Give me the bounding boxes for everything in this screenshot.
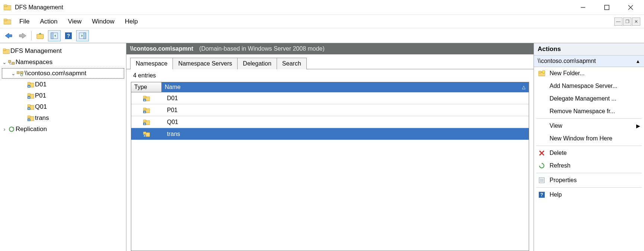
tree-folder-label: Q01 [35,103,47,111]
namespaces-icon [7,59,16,65]
action-label: Help [550,191,562,198]
tree-folder-label: P01 [35,92,46,99]
actions-header: Actions [534,43,644,55]
svg-point-28 [20,74,23,76]
tree-replication-label: Replication [16,126,47,133]
new-folder-icon [538,70,546,76]
menu-bar: File Action View Window Help — ❐ ✕ [0,15,644,28]
properties-icon [538,177,546,183]
collapse-icon[interactable]: ▲ [635,58,640,64]
svg-rect-52 [143,108,146,110]
nav-forward-button[interactable] [16,30,29,41]
namespace-node-icon [16,70,25,76]
menu-help[interactable]: Help [120,16,143,27]
tree-folder[interactable]: P01 [1,90,125,101]
tab-search[interactable]: Search [277,58,307,69]
actions-context-label: \\contoso.com\sapmnt [538,58,596,64]
tree-panel: DFS Management ⌄ Namespaces ⌄ \\contoso.… [0,43,126,251]
tree-folder[interactable]: Q01 [1,101,125,112]
svg-rect-18 [84,33,86,39]
expander-icon[interactable]: ⌄ [1,59,7,65]
tree-folder[interactable]: D01 [1,79,125,90]
tree-replication[interactable]: › Replication [1,124,125,135]
action-item[interactable]: New Window from Here [534,132,644,145]
chevron-right-icon: ▶ [636,123,640,129]
tree-folder-label: D01 [35,81,46,88]
entries-count: 4 entries [126,69,534,82]
svg-rect-60 [143,132,146,134]
svg-marker-8 [5,33,12,38]
action-item[interactable]: View▶ [534,120,644,132]
row-type-icon [131,130,162,139]
svg-text:?: ? [540,192,543,197]
tree-namespace-path[interactable]: ⌄ \\contoso.com\sapmnt [1,68,125,79]
svg-marker-9 [19,33,26,38]
action-label: Delegate Management ... [550,95,616,102]
row-name: D01 [162,93,529,103]
row-name: P01 [162,105,529,115]
table-row[interactable]: Q01 [131,116,529,128]
svg-text:?: ? [67,33,70,39]
content-mode: (Domain-based in Windows Server 2008 mod… [199,45,325,52]
action-label: Remove Namespace fr... [550,108,615,115]
actions-context[interactable]: \\contoso.com\sapmnt ▲ [534,55,644,67]
up-folder-button[interactable] [34,30,46,41]
tree-folder[interactable]: trans [1,112,125,124]
show-hide-tree-button[interactable] [48,30,61,41]
table-row[interactable]: P01 [131,104,529,116]
svg-rect-42 [28,116,30,118]
close-button[interactable] [624,2,637,13]
actions-panel: Actions \\contoso.com\sapmnt ▲ New Folde… [534,43,644,251]
action-label: New Window from Here [550,135,612,142]
mdi-minimize-button[interactable]: — [614,18,622,26]
menu-window[interactable]: Window [87,16,119,27]
minimize-button[interactable] [576,2,590,13]
sort-asc-icon: △ [522,85,525,90]
action-item[interactable]: ?Help [534,188,644,201]
column-name[interactable]: Name△ [162,82,529,92]
action-item[interactable]: New Folder... [534,67,644,80]
action-item[interactable]: Refresh [534,159,644,172]
mdi-restore-button[interactable]: ❐ [623,18,631,26]
help-icon: ? [538,192,546,198]
table-row[interactable]: D01 [131,92,529,104]
menu-view[interactable]: View [63,16,87,27]
folder-link-icon [27,93,35,99]
action-item[interactable]: Delete [534,147,644,159]
svg-rect-7 [4,19,7,21]
table-row[interactable]: trans [131,128,529,140]
svg-rect-3 [605,5,609,10]
action-item[interactable]: Add Namespace Server... [534,80,644,92]
tree-namespaces[interactable]: ⌄ Namespaces [1,57,125,68]
tab-delegation[interactable]: Delegation [237,58,277,69]
action-item[interactable]: Properties [534,174,644,187]
action-item[interactable]: Remove Namespace fr... [534,105,644,118]
expander-icon[interactable]: › [1,126,7,132]
table-header: Type Name△ [131,82,529,92]
action-label: View [550,123,562,129]
maximize-button[interactable] [600,2,614,13]
svg-rect-27 [20,72,23,74]
tab-namespace-servers[interactable]: Namespace Servers [173,58,238,69]
action-label: Delete [550,150,567,156]
title-bar: DFS Management [0,0,644,15]
nav-back-button[interactable] [2,30,15,41]
menu-action[interactable]: Action [35,16,62,27]
help-toolbar-button[interactable]: ? [62,30,75,41]
action-label: Add Namespace Server... [550,83,617,89]
action-item[interactable]: Delegate Management ... [534,92,644,105]
tab-namespace[interactable]: Namespace [130,58,173,69]
show-hide-action-pane-button[interactable] [76,30,89,41]
tree-root[interactable]: DFS Management [1,45,125,57]
window-controls [576,2,642,13]
window-title: DFS Management [15,4,576,11]
column-type[interactable]: Type [131,82,162,92]
replication-icon [7,126,16,132]
expander-icon[interactable]: ⌄ [10,70,16,76]
menu-file[interactable]: File [14,16,35,27]
mdi-close-button[interactable]: ✕ [632,18,640,26]
svg-rect-13 [51,33,53,39]
svg-rect-21 [3,49,6,51]
svg-rect-34 [28,93,30,95]
svg-marker-19 [81,35,83,37]
